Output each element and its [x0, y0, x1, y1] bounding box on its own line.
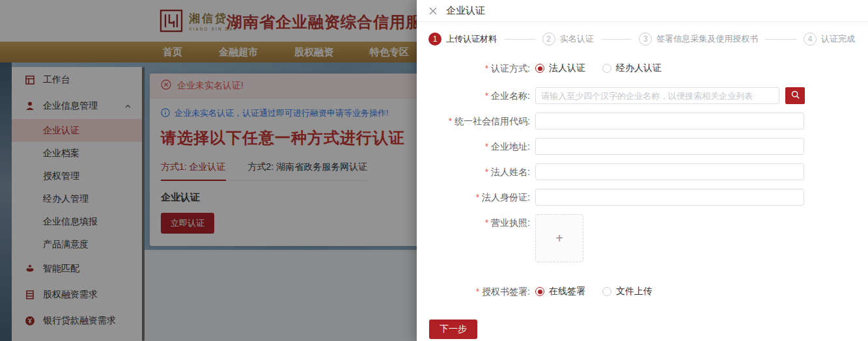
- radio-unselected-dot: [602, 287, 611, 296]
- step-number: 2: [542, 33, 555, 46]
- plus-icon: +: [555, 231, 563, 246]
- step-upload-materials: 1 上传认证材料: [428, 33, 497, 46]
- step-real-name-auth: 2 实名认证: [542, 33, 594, 46]
- search-icon: [791, 90, 800, 102]
- legal-id-label: *法人身份证:: [417, 189, 535, 206]
- required-mark: *: [485, 217, 488, 228]
- radio-file-upload[interactable]: 文件上传: [602, 286, 652, 297]
- required-mark: *: [476, 286, 479, 297]
- auth-method-row: *认证方式: 法人认证 经办人认证: [417, 60, 868, 77]
- company-address-input[interactable]: [535, 138, 804, 155]
- next-step-button[interactable]: 下一步: [429, 320, 477, 339]
- legal-id-input[interactable]: [535, 189, 804, 206]
- radio-legal-person-auth[interactable]: 法人认证: [535, 62, 585, 74]
- step-sign-authorization: 3 签署信息采集及使用授权书: [639, 33, 758, 46]
- radio-agent-auth[interactable]: 经办人认证: [602, 62, 662, 74]
- drawer-header: 企业认证: [417, 0, 868, 22]
- screen: 湘信贷 XIANG XIN DAI 湖南省企业融资综合信用服务平台 首页 金融超…: [0, 0, 868, 341]
- step-label: 签署信息采集及使用授权书: [656, 33, 758, 45]
- step-number: 3: [639, 33, 652, 46]
- required-mark: *: [485, 141, 488, 152]
- legal-name-input[interactable]: [535, 163, 804, 180]
- radio-label: 文件上传: [616, 286, 652, 297]
- company-auth-drawer: 企业认证 1 上传认证材料 2 实名认证 3 签署信息采集及使用授权书 4 认证…: [417, 0, 868, 341]
- company-name-row: *企业名称:: [417, 87, 868, 104]
- credit-code-row: *统一社会信用代码:: [417, 113, 868, 130]
- radio-selected-dot: [535, 64, 544, 73]
- legal-id-row: *法人身份证:: [417, 189, 868, 206]
- auth-form: *认证方式: 法人认证 经办人认证 *企业名称:: [417, 60, 868, 339]
- stepper: 1 上传认证材料 2 实名认证 3 签署信息采集及使用授权书 4 认证完成: [428, 33, 855, 46]
- step-label: 实名认证: [560, 33, 594, 45]
- radio-label: 法人认证: [549, 62, 585, 74]
- search-button[interactable]: [785, 87, 805, 104]
- radio-label: 经办人认证: [616, 62, 662, 74]
- step-connector: [765, 39, 796, 40]
- radio-label: 在线签署: [549, 286, 585, 297]
- required-mark: *: [485, 167, 488, 177]
- step-connector: [601, 39, 632, 40]
- step-number: 4: [804, 33, 817, 46]
- company-name-input[interactable]: [535, 87, 779, 104]
- legal-name-row: *法人姓名:: [417, 163, 868, 180]
- company-name-label: *企业名称:: [417, 87, 535, 104]
- step-connector: [504, 39, 535, 40]
- business-license-label: *营业执照:: [417, 214, 535, 231]
- close-icon[interactable]: [428, 7, 438, 16]
- license-upload-box[interactable]: +: [535, 214, 583, 262]
- step-number: 1: [428, 33, 441, 46]
- required-mark: *: [476, 192, 479, 202]
- company-address-row: *企业地址:: [417, 138, 868, 155]
- authorization-sign-row: *授权书签署: 在线签署 文件上传: [417, 283, 868, 300]
- step-label: 上传认证材料: [446, 33, 497, 45]
- company-address-label: *企业地址:: [417, 138, 535, 155]
- required-mark: *: [485, 90, 488, 101]
- required-mark: *: [485, 63, 488, 74]
- step-label: 认证完成: [821, 33, 855, 45]
- radio-online-sign[interactable]: 在线签署: [535, 286, 585, 297]
- legal-name-label: *法人姓名:: [417, 163, 535, 180]
- business-license-row: *营业执照: +: [417, 214, 868, 262]
- credit-code-input[interactable]: [535, 113, 804, 130]
- required-mark: *: [449, 116, 452, 126]
- credit-code-label: *统一社会信用代码:: [417, 113, 535, 130]
- drawer-title: 企业认证: [446, 5, 485, 17]
- authorization-sign-label: *授权书签署:: [417, 283, 535, 300]
- radio-unselected-dot: [602, 64, 611, 73]
- auth-method-label: *认证方式:: [417, 60, 535, 77]
- step-auth-complete: 4 认证完成: [804, 33, 855, 46]
- radio-selected-dot: [535, 287, 544, 296]
